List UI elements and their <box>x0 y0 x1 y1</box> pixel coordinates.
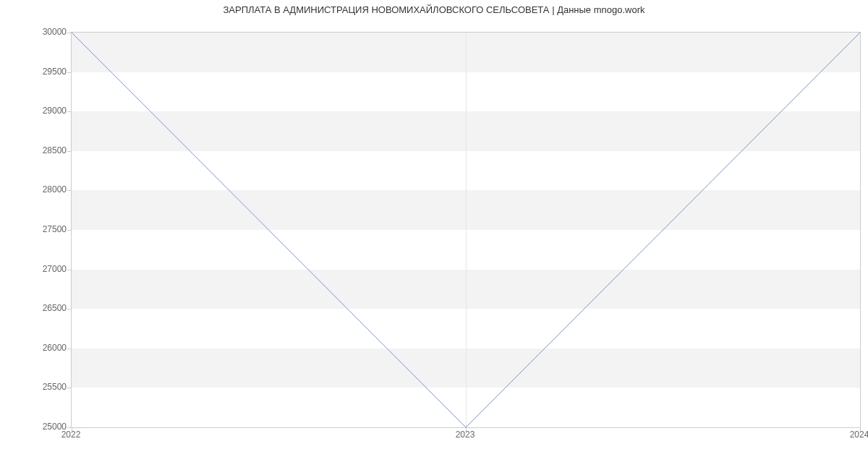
y-axis-tick-label: 27500 <box>43 224 67 234</box>
chart-title: ЗАРПЛАТА В АДМИНИСТРАЦИЯ НОВОМИХАЙЛОВСКО… <box>0 4 868 15</box>
y-axis-tick-label: 27000 <box>43 264 67 274</box>
y-axis-tick-label: 30000 <box>43 27 67 37</box>
y-axis-tick-label: 28500 <box>43 145 67 155</box>
plot-area <box>71 32 861 428</box>
chart-container: ЗАРПЛАТА В АДМИНИСТРАЦИЯ НОВОМИХАЙЛОВСКО… <box>0 0 868 470</box>
x-axis-tick-label: 2024 <box>850 430 868 440</box>
y-axis-tick-label: 26000 <box>43 343 67 353</box>
y-axis-tick-label: 28000 <box>43 184 67 195</box>
y-axis-tick-label: 29500 <box>43 67 67 77</box>
line-series <box>72 33 860 427</box>
x-axis-tick-label: 2023 <box>456 430 475 440</box>
y-axis-tick-label: 25500 <box>43 382 67 392</box>
y-axis-tick-label: 29000 <box>43 106 67 116</box>
y-axis-tick-label: 26500 <box>43 303 67 313</box>
x-axis-tick-label: 2022 <box>61 430 81 440</box>
